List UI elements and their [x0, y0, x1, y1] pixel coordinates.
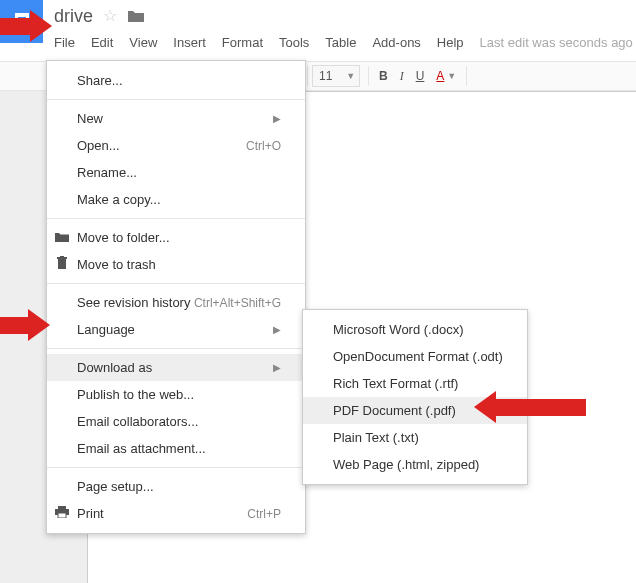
submenu-arrow-icon: ▶	[273, 362, 281, 373]
menu-item-move-to-folder[interactable]: Move to folder...	[47, 224, 305, 251]
menu-item-print[interactable]: PrintCtrl+P	[47, 500, 305, 527]
label: Rename...	[77, 165, 281, 180]
label: Microsoft Word (.docx)	[333, 322, 503, 337]
separator	[47, 467, 305, 468]
shortcut: Ctrl+Alt+Shift+G	[194, 296, 281, 310]
menu-item-open[interactable]: Open...Ctrl+O	[47, 132, 305, 159]
submenu-arrow-icon: ▶	[273, 113, 281, 124]
separator	[368, 66, 369, 86]
separator	[47, 348, 305, 349]
label: Rich Text Format (.rtf)	[333, 376, 503, 391]
label: Plain Text (.txt)	[333, 430, 503, 445]
chevron-down-icon: ▼	[447, 71, 456, 81]
fontsize-dropdown[interactable]: 11▼	[312, 65, 360, 87]
menu-item-page-setup[interactable]: Page setup...	[47, 473, 305, 500]
menu-item-publish[interactable]: Publish to the web...	[47, 381, 305, 408]
label: Page setup...	[77, 479, 281, 494]
menu-item-new[interactable]: New▶	[47, 105, 305, 132]
menu-table[interactable]: Table	[325, 35, 356, 50]
separator	[307, 66, 308, 86]
svg-rect-5	[57, 257, 67, 259]
submenu-item-txt[interactable]: Plain Text (.txt)	[303, 424, 527, 451]
separator	[47, 218, 305, 219]
submenu-item-docx[interactable]: Microsoft Word (.docx)	[303, 316, 527, 343]
label: OpenDocument Format (.odt)	[333, 349, 503, 364]
shortcut: Ctrl+P	[247, 507, 281, 521]
label: Move to folder...	[77, 230, 281, 245]
label: Print	[77, 506, 247, 521]
label: Email as attachment...	[77, 441, 281, 456]
chevron-down-icon: ▼	[346, 71, 355, 81]
label: See revision history	[77, 295, 194, 310]
menu-item-move-to-trash[interactable]: Move to trash	[47, 251, 305, 278]
menu-edit[interactable]: Edit	[91, 35, 113, 50]
menu-item-make-copy[interactable]: Make a copy...	[47, 186, 305, 213]
menubar: File Edit View Insert Format Tools Table…	[54, 35, 633, 50]
svg-rect-9	[58, 513, 66, 518]
label: Web Page (.html, zipped)	[333, 457, 503, 472]
trash-icon	[54, 256, 70, 273]
menu-tools[interactable]: Tools	[279, 35, 309, 50]
bold-button[interactable]: B	[373, 62, 394, 90]
label: Publish to the web...	[77, 387, 281, 402]
submenu-arrow-icon: ▶	[273, 324, 281, 335]
label: Share...	[77, 73, 281, 88]
document-title[interactable]: drive	[54, 6, 93, 26]
underline-button[interactable]: U	[410, 62, 431, 90]
menu-format[interactable]: Format	[222, 35, 263, 50]
last-edit-label: Last edit was seconds ago	[480, 35, 633, 50]
label: Language	[77, 322, 273, 337]
menu-help[interactable]: Help	[437, 35, 464, 50]
menu-item-email-collaborators[interactable]: Email collaborators...	[47, 408, 305, 435]
separator	[466, 66, 467, 86]
folder-icon[interactable]	[128, 8, 144, 25]
shortcut: Ctrl+O	[246, 139, 281, 153]
label: Download as	[77, 360, 273, 375]
menu-item-download-as[interactable]: Download as▶	[47, 354, 305, 381]
menu-item-email-attachment[interactable]: Email as attachment...	[47, 435, 305, 462]
submenu-item-odt[interactable]: OpenDocument Format (.odt)	[303, 343, 527, 370]
menu-item-language[interactable]: Language▶	[47, 316, 305, 343]
svg-rect-4	[58, 259, 66, 269]
menu-file[interactable]: File	[54, 35, 75, 50]
label: Move to trash	[77, 257, 281, 272]
menu-view[interactable]: View	[129, 35, 157, 50]
label: Open...	[77, 138, 246, 153]
print-icon	[54, 506, 70, 521]
fontsize-value: 11	[319, 69, 332, 83]
menu-item-share[interactable]: Share...	[47, 67, 305, 94]
label: Email collaborators...	[77, 414, 281, 429]
menu-addons[interactable]: Add-ons	[372, 35, 420, 50]
menu-item-rename[interactable]: Rename...	[47, 159, 305, 186]
menu-item-revision-history[interactable]: See revision historyCtrl+Alt+Shift+G	[47, 289, 305, 316]
textcolor-label: A	[436, 69, 444, 83]
folder-icon	[54, 230, 70, 245]
svg-rect-7	[58, 506, 66, 509]
label: New	[77, 111, 273, 126]
star-icon[interactable]: ☆	[103, 7, 117, 24]
svg-rect-6	[60, 256, 64, 257]
separator	[47, 99, 305, 100]
textcolor-button[interactable]: A▼	[430, 62, 462, 90]
file-menu: Share... New▶ Open...Ctrl+O Rename... Ma…	[46, 60, 306, 534]
label: Make a copy...	[77, 192, 281, 207]
separator	[47, 283, 305, 284]
italic-button[interactable]: I	[394, 62, 410, 90]
menu-insert[interactable]: Insert	[173, 35, 206, 50]
submenu-item-html[interactable]: Web Page (.html, zipped)	[303, 451, 527, 478]
